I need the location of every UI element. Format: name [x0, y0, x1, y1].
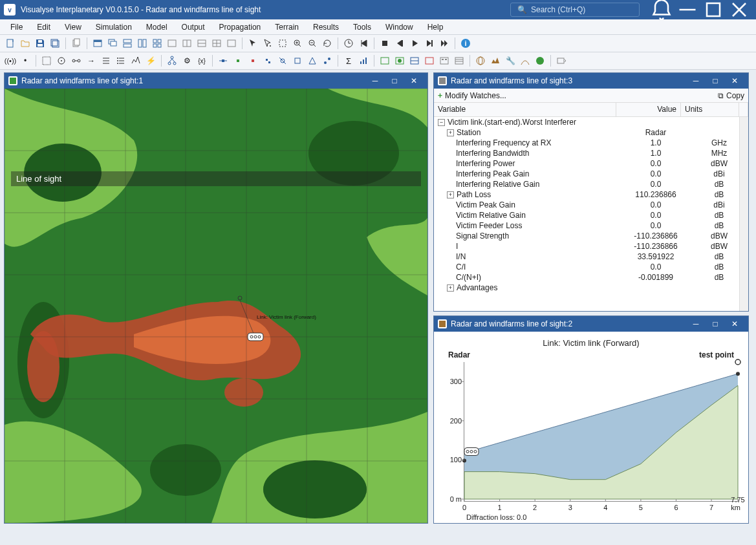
watch-row[interactable]: Victim Peak Gain0.0dBi	[434, 200, 748, 210]
play-icon[interactable]	[408, 37, 421, 50]
window-c-icon[interactable]	[195, 37, 208, 50]
list2-icon[interactable]	[114, 54, 127, 67]
rewind-icon[interactable]	[357, 37, 370, 50]
menu-tools[interactable]: Tools	[347, 21, 378, 34]
view-4-icon[interactable]	[423, 54, 436, 67]
watch-row[interactable]: Interfering Relative Gain0.0dB	[434, 179, 748, 189]
view-1-icon[interactable]	[378, 54, 391, 67]
signal-icon[interactable]	[129, 54, 142, 67]
chart-icon[interactable]	[357, 54, 370, 67]
watch-row[interactable]: +Advantages	[434, 283, 748, 293]
expand-icon[interactable]: +	[447, 129, 454, 136]
expand-icon[interactable]: +	[447, 191, 454, 198]
watch-row[interactable]: Victim Relative Gain0.0dB	[434, 210, 748, 220]
gear-icon[interactable]: ⚙	[180, 54, 193, 67]
menu-model[interactable]: Model	[140, 21, 174, 34]
refresh-icon[interactable]	[321, 37, 334, 50]
watch-row[interactable]: Interfering Frequency at RX1.0GHz	[434, 138, 748, 148]
sat-5-icon[interactable]	[276, 54, 289, 67]
sat-4-icon[interactable]	[261, 54, 274, 67]
watch-titlebar[interactable]: Radar and windfarms line of sight:3 ─ □ …	[434, 73, 748, 89]
view-5-icon[interactable]	[438, 54, 451, 67]
menu-propagation[interactable]: Propagation	[213, 21, 268, 34]
zoom-out-icon[interactable]	[306, 37, 319, 50]
plus-icon[interactable]: +	[438, 91, 442, 100]
expand-icon[interactable]: +	[447, 284, 454, 292]
menu-simulation[interactable]: Simulation	[89, 21, 138, 34]
pointer-icon[interactable]	[246, 37, 259, 50]
path-icon[interactable]	[519, 54, 532, 67]
watch-row[interactable]: +StationRadar	[434, 127, 748, 138]
watch-row[interactable]: Victim Feeder Loss0.0dB	[434, 220, 748, 231]
scrollbar[interactable]	[739, 117, 748, 311]
watch-row[interactable]: I/N33.591922dB	[434, 251, 748, 262]
arrow-right-icon[interactable]: →	[85, 54, 98, 67]
watch-group-row[interactable]: −Victim link.(start-end).Worst Interfere…	[434, 117, 748, 127]
col-units[interactable]: Units	[681, 103, 739, 116]
profile-maximize-button[interactable]: □	[706, 316, 725, 332]
watch-row[interactable]: +Path Loss110.236866dB	[434, 189, 748, 200]
watch-maximize-button[interactable]: □	[706, 73, 725, 89]
sat-6-icon[interactable]	[291, 54, 304, 67]
globe-icon[interactable]	[474, 54, 487, 67]
earth-icon[interactable]	[534, 54, 546, 67]
search-box[interactable]: 🔍 Search (Ctrl+Q)	[510, 3, 640, 17]
window-new-icon[interactable]	[91, 37, 104, 50]
watch-row[interactable]: Interfering Power0.0dBW	[434, 158, 748, 169]
view-3-icon[interactable]	[408, 54, 421, 67]
minimize-button[interactable]	[675, 0, 700, 19]
menu-help[interactable]: Help	[421, 21, 450, 34]
sat-2-icon[interactable]	[232, 54, 244, 67]
view-6-icon[interactable]	[453, 54, 466, 67]
list-icon[interactable]	[100, 54, 113, 67]
var-icon[interactable]: {x}	[195, 54, 208, 67]
notifications-icon[interactable]	[649, 0, 675, 19]
window-tile-v-icon[interactable]	[136, 37, 149, 50]
step-forward-icon[interactable]	[423, 37, 436, 50]
menu-window[interactable]: Window	[379, 21, 420, 34]
save-icon[interactable]	[34, 37, 47, 50]
watch-minimize-button[interactable]: ─	[686, 73, 706, 89]
copy-icon[interactable]	[70, 37, 83, 50]
menu-results[interactable]: Results	[307, 21, 345, 34]
dot-icon[interactable]: •	[19, 54, 32, 67]
profile-close-button[interactable]: ✕	[725, 316, 744, 332]
new-icon[interactable]	[4, 37, 17, 50]
sat-7-icon[interactable]	[306, 54, 319, 67]
tree-icon[interactable]	[166, 54, 178, 67]
watch-row[interactable]: I-110.236866dBW	[434, 241, 748, 251]
info-icon[interactable]: i	[459, 37, 472, 50]
grid-icon[interactable]	[40, 54, 53, 67]
watch-close-button[interactable]: ✕	[725, 73, 744, 89]
stop-icon[interactable]	[378, 37, 391, 50]
window-a-icon[interactable]	[166, 37, 178, 50]
col-value[interactable]: Value	[616, 103, 681, 116]
window-tile-h-icon[interactable]	[121, 37, 134, 50]
target-icon[interactable]	[55, 54, 68, 67]
modify-watches-link[interactable]: Modify Watches...	[445, 91, 506, 100]
step-back-icon[interactable]	[393, 37, 406, 50]
map-close-button[interactable]: ✕	[404, 73, 424, 89]
sat-3-icon[interactable]	[246, 54, 259, 67]
select-icon[interactable]	[261, 37, 274, 50]
saveall-icon[interactable]	[49, 37, 61, 50]
map-minimize-button[interactable]: ─	[365, 73, 385, 89]
watch-row[interactable]: Interfering Peak Gain0.0dBi	[434, 169, 748, 179]
sat-1-icon[interactable]	[217, 54, 230, 67]
clock-icon[interactable]	[342, 37, 355, 50]
copy-link[interactable]: Copy	[726, 91, 744, 100]
profile-titlebar[interactable]: Radar and windfarms line of sight:2 ─ □ …	[434, 316, 748, 332]
wrench-icon[interactable]: 🔧	[504, 54, 517, 67]
watch-row[interactable]: C/I0.0dB	[434, 262, 748, 272]
zoom-box-icon[interactable]	[276, 37, 289, 50]
sat-8-icon[interactable]	[321, 54, 334, 67]
watch-row[interactable]: C/(N+I)-0.001899dB	[434, 272, 748, 283]
map-viewport[interactable]: Link: Victim link (Forward) Line of sigh…	[5, 89, 427, 523]
window-cascade-icon[interactable]	[106, 37, 119, 50]
collapse-icon[interactable]: −	[438, 119, 445, 126]
col-variable[interactable]: Variable	[434, 103, 616, 116]
view-2-icon[interactable]	[393, 54, 406, 67]
copy-icon[interactable]: ⧉	[718, 91, 724, 100]
chart-plot-area[interactable]: 0 m100200300012345677.75 km	[464, 362, 738, 502]
watch-row[interactable]: Signal Strength-110.236866dBW	[434, 231, 748, 241]
